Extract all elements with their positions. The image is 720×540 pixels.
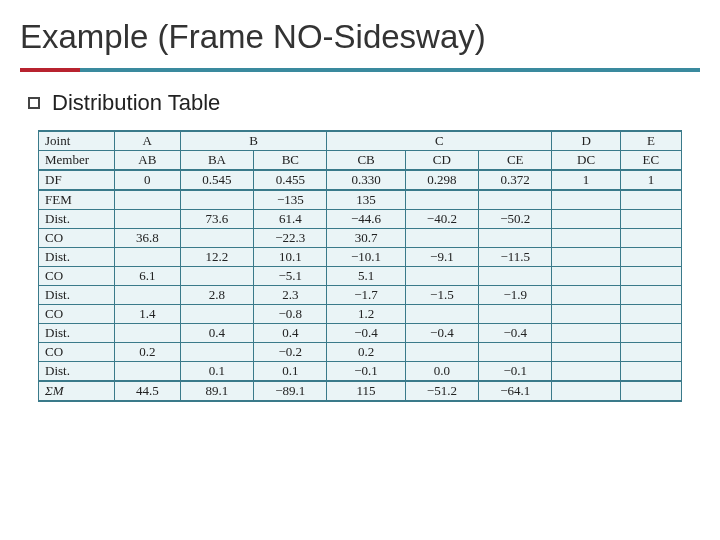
- c1-cb: 30.7: [327, 229, 405, 248]
- label-dist1: Dist.: [39, 210, 115, 229]
- m-ec: EC: [620, 151, 681, 171]
- d5-ba: 0.1: [180, 362, 253, 382]
- d3-cd: −1.5: [405, 286, 478, 305]
- underline-bar: [80, 68, 700, 72]
- df-ce: 0.372: [479, 170, 552, 190]
- df-cb: 0.330: [327, 170, 405, 190]
- d1-cd: −40.2: [405, 210, 478, 229]
- label-co4: CO: [39, 343, 115, 362]
- bullet-row: Distribution Table: [28, 90, 700, 116]
- slide: Example (Frame NO-Sidesway) Distribution…: [0, 0, 720, 540]
- label-dist4: Dist.: [39, 324, 115, 343]
- title-underline: [20, 68, 700, 72]
- s-ce: −64.1: [479, 381, 552, 401]
- d1-ba: 73.6: [180, 210, 253, 229]
- fem-cb: 135: [327, 190, 405, 210]
- bullet-text: Distribution Table: [52, 90, 220, 116]
- label-sum: ΣM: [39, 381, 115, 401]
- d5-bc: 0.1: [254, 362, 327, 382]
- c1-bc: −22.3: [254, 229, 327, 248]
- joint-row: Joint A B C D E: [39, 131, 682, 151]
- co3-row: CO 1.4 −0.8 1.2: [39, 305, 682, 324]
- df-row: DF 0 0.545 0.455 0.330 0.298 0.372 1 1: [39, 170, 682, 190]
- d3-bc: 2.3: [254, 286, 327, 305]
- label-df: DF: [39, 170, 115, 190]
- c2-ab: 6.1: [114, 267, 180, 286]
- d4-cb: −0.4: [327, 324, 405, 343]
- joint-d: D: [552, 131, 620, 151]
- s-cb: 115: [327, 381, 405, 401]
- table-container: Joint A B C D E Member AB BA BC CB CD CE…: [20, 130, 700, 402]
- label-dist3: Dist.: [39, 286, 115, 305]
- sum-row: ΣM 44.5 89.1 −89.1 115 −51.2 −64.1: [39, 381, 682, 401]
- label-co2: CO: [39, 267, 115, 286]
- d3-ce: −1.9: [479, 286, 552, 305]
- m-bc: BC: [254, 151, 327, 171]
- dist1-row: Dist. 73.6 61.4 −44.6 −40.2 −50.2: [39, 210, 682, 229]
- c2-bc: −5.1: [254, 267, 327, 286]
- d2-bc: 10.1: [254, 248, 327, 267]
- label-dist5: Dist.: [39, 362, 115, 382]
- s-ab: 44.5: [114, 381, 180, 401]
- dist5-row: Dist. 0.1 0.1 −0.1 0.0 −0.1: [39, 362, 682, 382]
- d4-ba: 0.4: [180, 324, 253, 343]
- m-ab: AB: [114, 151, 180, 171]
- d2-cb: −10.1: [327, 248, 405, 267]
- joint-a: A: [114, 131, 180, 151]
- dist3-row: Dist. 2.8 2.3 −1.7 −1.5 −1.9: [39, 286, 682, 305]
- d1-cb: −44.6: [327, 210, 405, 229]
- d4-ce: −0.4: [479, 324, 552, 343]
- df-bc: 0.455: [254, 170, 327, 190]
- c4-ab: 0.2: [114, 343, 180, 362]
- label-member: Member: [39, 151, 115, 171]
- d5-cd: 0.0: [405, 362, 478, 382]
- df-cd: 0.298: [405, 170, 478, 190]
- m-dc: DC: [552, 151, 620, 171]
- d2-cd: −9.1: [405, 248, 478, 267]
- c1-ab: 36.8: [114, 229, 180, 248]
- d4-bc: 0.4: [254, 324, 327, 343]
- df-ab: 0: [114, 170, 180, 190]
- m-cd: CD: [405, 151, 478, 171]
- d3-cb: −1.7: [327, 286, 405, 305]
- co2-row: CO 6.1 −5.1 5.1: [39, 267, 682, 286]
- c4-cb: 0.2: [327, 343, 405, 362]
- dist4-row: Dist. 0.4 0.4 −0.4 −0.4 −0.4: [39, 324, 682, 343]
- joint-e: E: [620, 131, 681, 151]
- d1-bc: 61.4: [254, 210, 327, 229]
- label-co1: CO: [39, 229, 115, 248]
- d3-ba: 2.8: [180, 286, 253, 305]
- label-co3: CO: [39, 305, 115, 324]
- d2-ba: 12.2: [180, 248, 253, 267]
- s-bc: −89.1: [254, 381, 327, 401]
- member-row: Member AB BA BC CB CD CE DC EC: [39, 151, 682, 171]
- c4-bc: −0.2: [254, 343, 327, 362]
- m-ba: BA: [180, 151, 253, 171]
- c3-bc: −0.8: [254, 305, 327, 324]
- label-dist2: Dist.: [39, 248, 115, 267]
- d2-ce: −11.5: [479, 248, 552, 267]
- fem-bc: −135: [254, 190, 327, 210]
- co1-row: CO 36.8 −22.3 30.7: [39, 229, 682, 248]
- fem-row: FEM −135 135: [39, 190, 682, 210]
- dist2-row: Dist. 12.2 10.1 −10.1 −9.1 −11.5: [39, 248, 682, 267]
- d5-ce: −0.1: [479, 362, 552, 382]
- c2-cb: 5.1: [327, 267, 405, 286]
- distribution-table: Joint A B C D E Member AB BA BC CB CD CE…: [38, 130, 682, 402]
- m-ce: CE: [479, 151, 552, 171]
- df-ba: 0.545: [180, 170, 253, 190]
- joint-c: C: [327, 131, 552, 151]
- m-cb: CB: [327, 151, 405, 171]
- label-fem: FEM: [39, 190, 115, 210]
- label-joint: Joint: [39, 131, 115, 151]
- square-bullet-icon: [28, 97, 40, 109]
- s-cd: −51.2: [405, 381, 478, 401]
- d4-cd: −0.4: [405, 324, 478, 343]
- s-ba: 89.1: [180, 381, 253, 401]
- co4-row: CO 0.2 −0.2 0.2: [39, 343, 682, 362]
- c3-ab: 1.4: [114, 305, 180, 324]
- accent-bar: [20, 68, 80, 72]
- c3-cb: 1.2: [327, 305, 405, 324]
- d5-cb: −0.1: [327, 362, 405, 382]
- page-title: Example (Frame NO-Sidesway): [20, 10, 700, 68]
